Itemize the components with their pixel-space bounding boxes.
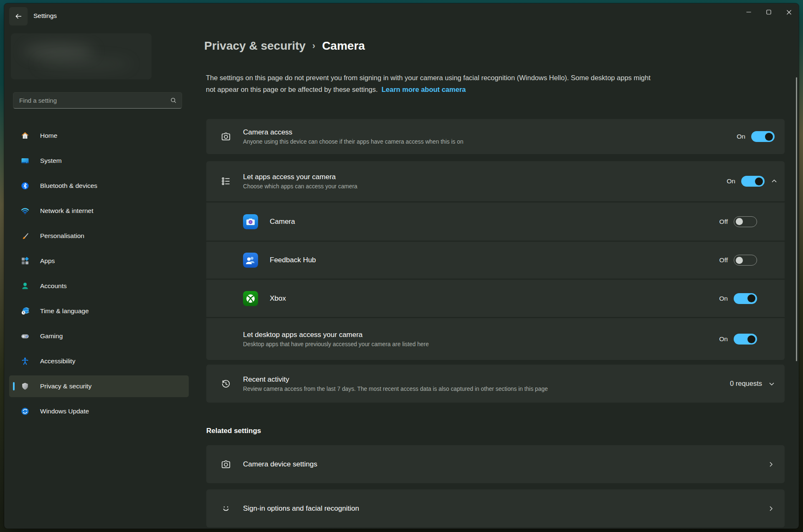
maximize-button[interactable] (759, 3, 779, 21)
recent-activity-row[interactable]: Recent activity Review camera access fro… (206, 365, 785, 403)
app-row-camera[interactable]: Camera Off (206, 203, 785, 241)
toggle-knob (736, 257, 743, 264)
toggle-state-label: On (737, 133, 745, 140)
back-button[interactable] (9, 7, 28, 25)
globe-clock-icon (21, 307, 29, 315)
row-title: Sign-in options and facial recognition (243, 504, 767, 513)
sign-in-options-row[interactable]: Sign-in options and facial recognition (206, 489, 785, 527)
related-settings-heading: Related settings (206, 427, 261, 435)
toggle-state-label: Off (719, 218, 728, 225)
toggle-knob (747, 335, 755, 343)
app-name: Camera (270, 218, 719, 226)
row-subtitle: Review camera access from the last 7 day… (243, 386, 730, 392)
history-icon (220, 378, 231, 389)
back-arrow-icon (15, 13, 22, 20)
row-subtitle: Desktop apps that have previously access… (243, 341, 719, 347)
chevron-down-icon[interactable] (768, 380, 775, 388)
update-icon (21, 407, 29, 415)
minimize-button[interactable] (739, 3, 759, 21)
chevron-up-icon[interactable] (770, 177, 778, 185)
sidebar-item-label: System (40, 157, 62, 165)
settings-window: Settings Find a setting Home (4, 3, 799, 529)
sidebar-item-home[interactable]: Home (9, 125, 189, 147)
toggle-state-label: Off (719, 256, 728, 264)
sidebar-item-label: Gaming (40, 332, 63, 340)
row-subtitle: Anyone using this device can choose if t… (243, 139, 737, 145)
row-title: Recent activity (243, 375, 730, 384)
smiley-face-icon (220, 503, 231, 514)
let-apps-group: Let apps access your camera Choose which… (206, 161, 785, 360)
toggle-knob (765, 133, 773, 141)
breadcrumb-separator-icon: › (312, 41, 315, 51)
sidebar-item-bluetooth[interactable]: Bluetooth & devices (9, 175, 189, 197)
selected-indicator (13, 382, 15, 390)
sidebar-item-label: Apps (40, 257, 55, 265)
sidebar-item-accessibility[interactable]: Accessibility (9, 350, 189, 372)
user-profile-card[interactable] (11, 33, 152, 79)
sidebar-item-gaming[interactable]: Gaming (9, 325, 189, 347)
sidebar-item-label: Accounts (40, 282, 67, 290)
row-title: Camera device settings (243, 460, 767, 469)
breadcrumb-parent[interactable]: Privacy & security (204, 39, 306, 53)
let-apps-toggle[interactable] (741, 176, 765, 187)
toggle-state-label: On (719, 295, 728, 302)
app-list-icon (220, 176, 231, 187)
sidebar-item-privacy-security[interactable]: Privacy & security (9, 375, 189, 397)
let-apps-access-row[interactable]: Let apps access your camera Choose which… (206, 161, 785, 201)
camera-access-row[interactable]: Camera access Anyone using this device c… (206, 119, 785, 154)
shield-icon (21, 382, 29, 390)
sidebar-item-label: Home (40, 132, 57, 139)
camera-access-toggle[interactable] (751, 131, 775, 142)
toggle-knob (755, 177, 763, 185)
camera-icon (220, 459, 231, 470)
scrollbar[interactable] (796, 77, 797, 361)
sidebar-item-personalisation[interactable]: Personalisation (9, 225, 189, 247)
chevron-right-icon (767, 461, 775, 468)
chevron-right-icon (767, 505, 775, 512)
xbox-toggle[interactable] (734, 293, 757, 304)
sidebar-item-label: Network & internet (40, 207, 94, 215)
camera-device-settings-row[interactable]: Camera device settings (206, 445, 785, 483)
camera-icon (220, 131, 231, 142)
sidebar-item-apps[interactable]: Apps (9, 250, 189, 272)
sidebar-item-time-language[interactable]: Time & language (9, 300, 189, 322)
sidebar-item-accounts[interactable]: Accounts (9, 275, 189, 297)
sidebar-item-label: Windows Update (40, 408, 89, 415)
redacted-user-email (36, 58, 132, 70)
feedback-hub-toggle[interactable] (734, 255, 757, 266)
search-placeholder: Find a setting (19, 97, 170, 104)
sidebar-item-label: Privacy & security (40, 383, 91, 390)
xbox-app-icon (243, 291, 258, 306)
home-icon (21, 132, 29, 140)
sidebar-item-network[interactable]: Network & internet (9, 200, 189, 222)
search-box[interactable]: Find a setting (13, 92, 182, 109)
toggle-state-label: On (719, 335, 728, 343)
app-title: Settings (33, 12, 57, 20)
row-subtitle: Choose which apps can access your camera (243, 183, 727, 190)
search-icon (170, 97, 177, 104)
learn-more-link[interactable]: Learn more about camera (382, 86, 466, 93)
row-title: Camera access (243, 128, 737, 137)
apps-icon (21, 257, 29, 265)
sidebar-item-windows-update[interactable]: Windows Update (9, 400, 189, 422)
toggle-knob (747, 294, 755, 302)
requests-count: 0 requests (730, 380, 762, 388)
sidebar-item-label: Personalisation (40, 232, 84, 240)
desktop-apps-row[interactable]: Let desktop apps access your camera Desk… (206, 318, 785, 360)
camera-app-toggle[interactable] (734, 216, 757, 227)
wifi-icon (21, 207, 29, 215)
sidebar-item-system[interactable]: System (9, 150, 189, 172)
redacted-user-name (23, 44, 94, 58)
accessibility-icon (21, 357, 29, 365)
app-row-xbox[interactable]: Xbox On (206, 280, 785, 317)
sidebar-item-label: Time & language (40, 307, 89, 315)
sidebar-nav: Home System Bluetooth & devices Network … (4, 125, 196, 426)
brush-icon (21, 232, 29, 240)
toggle-knob (736, 218, 743, 225)
toggle-state-label: On (727, 177, 735, 185)
row-title: Let desktop apps access your camera (243, 331, 719, 339)
desktop-apps-toggle[interactable] (734, 334, 757, 345)
close-button[interactable] (779, 3, 799, 21)
app-row-feedback-hub[interactable]: Feedback Hub Off (206, 242, 785, 279)
page-description: The settings on this page do not prevent… (206, 72, 787, 95)
